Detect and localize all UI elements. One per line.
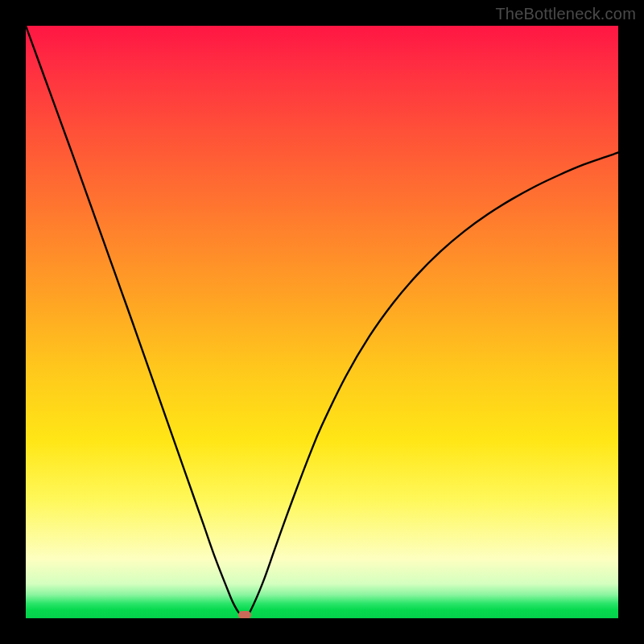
bottleneck-curve (26, 26, 618, 618)
chart-container: TheBottleneck.com (0, 0, 644, 644)
plot-area (26, 26, 618, 618)
minimum-marker (238, 611, 251, 618)
watermark-text: TheBottleneck.com (495, 5, 636, 23)
